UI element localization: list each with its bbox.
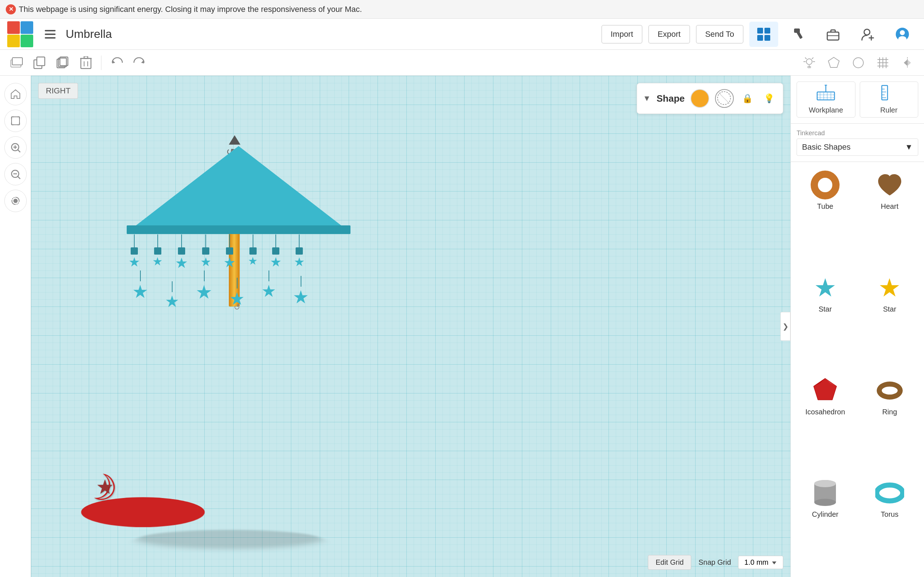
svg-rect-24 — [81, 58, 91, 69]
shape-item-cylinder[interactable]: Cylinder — [795, 474, 855, 573]
tools-button[interactable] — [784, 22, 813, 47]
svg-rect-18 — [12, 58, 23, 65]
library-category-dropdown[interactable]: Basic Shapes ▼ — [796, 139, 918, 156]
icosahedron-label: Icosahedron — [805, 408, 845, 416]
icosahedron-thumb — [809, 376, 842, 405]
star-cyan-label: Star — [819, 305, 832, 313]
svg-point-65 — [13, 199, 18, 203]
cylinder-label: Cylinder — [812, 510, 838, 519]
shape-item-heart[interactable]: Heart — [860, 166, 920, 265]
umbrella-roof — [127, 146, 351, 233]
svg-point-31 — [806, 59, 812, 64]
shape-library-selector: Tinkercad Basic Shapes ▼ — [791, 124, 924, 162]
svg-line-64 — [18, 176, 20, 179]
edit-grid-button[interactable]: Edit Grid — [648, 555, 691, 570]
hanging-items-row1: ★ ★ ★ ★ — [129, 234, 305, 271]
workplane-button[interactable]: Workplane — [796, 82, 855, 118]
add-person-button[interactable] — [853, 22, 882, 47]
star-yellow-label: Star — [883, 305, 896, 313]
shadow-ellipse — [115, 530, 345, 548]
gallery-button[interactable] — [819, 22, 848, 47]
snap-grid-value[interactable]: 1.0 mm — [738, 556, 783, 569]
svg-rect-8 — [794, 29, 800, 33]
panel-toggle-button[interactable]: ❯ — [780, 312, 790, 341]
toolbar-right — [798, 52, 918, 74]
svg-point-11 — [864, 29, 870, 35]
circle-view-button[interactable] — [848, 52, 869, 74]
new-workplane-button[interactable] — [6, 52, 27, 74]
star-yellow-thumb: ★ — [874, 273, 906, 302]
heart-label: Heart — [881, 202, 898, 211]
notification-bar: ✕ This webpage is using significant ener… — [0, 0, 924, 19]
torus-label: Torus — [881, 510, 898, 519]
fit-view-button[interactable] — [4, 110, 27, 132]
moon-group: ☽ ★ — [85, 466, 118, 508]
menu-button[interactable] — [40, 24, 60, 44]
shape-item-tube[interactable]: Tube — [795, 166, 855, 265]
main-layout: RIGHT ▼ Shape 🔒 💡 ☽ ★ — [0, 76, 924, 577]
undo-button[interactable] — [106, 52, 128, 74]
canvas-objects: ☽ ★ ↺ ★ — [31, 76, 790, 577]
lighting-button[interactable] — [798, 52, 820, 74]
header-right: Import Export Send To — [601, 22, 917, 47]
bottom-bar: Edit Grid Snap Grid 1.0 mm — [648, 555, 783, 570]
zoom-out-button[interactable] — [4, 163, 27, 185]
ruler-label: Ruler — [880, 106, 898, 114]
left-sidebar — [0, 76, 31, 577]
svg-marker-47 — [904, 60, 908, 66]
workplane-icon — [816, 85, 835, 104]
tinkercad-logo — [7, 21, 33, 47]
copy-button[interactable] — [29, 52, 50, 74]
svg-rect-6 — [764, 35, 770, 41]
grid-view-button[interactable] — [749, 22, 778, 47]
notification-text: This webpage is using significant energy… — [19, 5, 362, 14]
shape-grid: Tube Heart ★ Star — [791, 162, 924, 577]
delete-button[interactable] — [75, 52, 97, 74]
cylinder-thumb — [809, 479, 842, 508]
grid-settings-button[interactable] — [872, 52, 894, 74]
svg-line-36 — [812, 57, 814, 59]
workplane-label: Workplane — [809, 106, 843, 114]
shape-item-torus[interactable]: Torus — [860, 474, 920, 573]
redo-button[interactable] — [129, 52, 150, 74]
zoom-in-button[interactable] — [4, 136, 27, 159]
svg-rect-0 — [45, 30, 56, 31]
polygon-view-button[interactable] — [823, 52, 845, 74]
svg-line-35 — [805, 57, 807, 59]
canvas-area[interactable]: RIGHT ▼ Shape 🔒 💡 ☽ ★ — [31, 76, 790, 577]
svg-point-93 — [814, 499, 836, 506]
right-panel: Workplane Ruler Tinkercad Bas — [790, 76, 924, 577]
svg-rect-20 — [37, 57, 45, 66]
svg-marker-30 — [141, 60, 144, 63]
notification-icon: ✕ — [6, 4, 16, 15]
star-cyan-thumb: ★ — [809, 273, 842, 302]
ruler-button[interactable]: Ruler — [860, 82, 919, 118]
svg-marker-29 — [112, 60, 115, 63]
export-button[interactable]: Export — [648, 25, 690, 44]
send-to-button[interactable]: Send To — [696, 25, 743, 44]
shape-item-icosahedron[interactable]: Icosahedron — [795, 372, 855, 470]
svg-rect-3 — [757, 28, 763, 34]
svg-point-15 — [900, 30, 905, 35]
import-button[interactable]: Import — [601, 25, 643, 44]
shape-item-star-yellow[interactable]: ★ Star — [860, 269, 920, 367]
mirror-button[interactable] — [897, 52, 918, 74]
duplicate-button[interactable] — [52, 52, 74, 74]
svg-point-95 — [877, 485, 903, 501]
hanging-items-row2: ★ ★ ★ ★ ★ — [132, 271, 309, 311]
svg-rect-1 — [45, 34, 56, 35]
svg-rect-26 — [84, 56, 88, 58]
ring-label: Ring — [882, 408, 897, 416]
up-arrow — [229, 135, 241, 145]
star-on-moon: ★ — [96, 475, 114, 498]
shape-item-ring[interactable]: Ring — [860, 372, 920, 470]
umbrella-eave — [127, 226, 351, 234]
svg-marker-68 — [772, 561, 776, 564]
home-view-button[interactable] — [4, 83, 27, 105]
profile-button[interactable] — [888, 22, 917, 47]
shape-item-star-cyan[interactable]: ★ Star — [795, 269, 855, 367]
toolbar — [0, 50, 924, 76]
svg-marker-77 — [824, 85, 827, 85]
right-panel-tools: Workplane Ruler — [791, 76, 924, 124]
orbit-button[interactable] — [4, 190, 27, 212]
